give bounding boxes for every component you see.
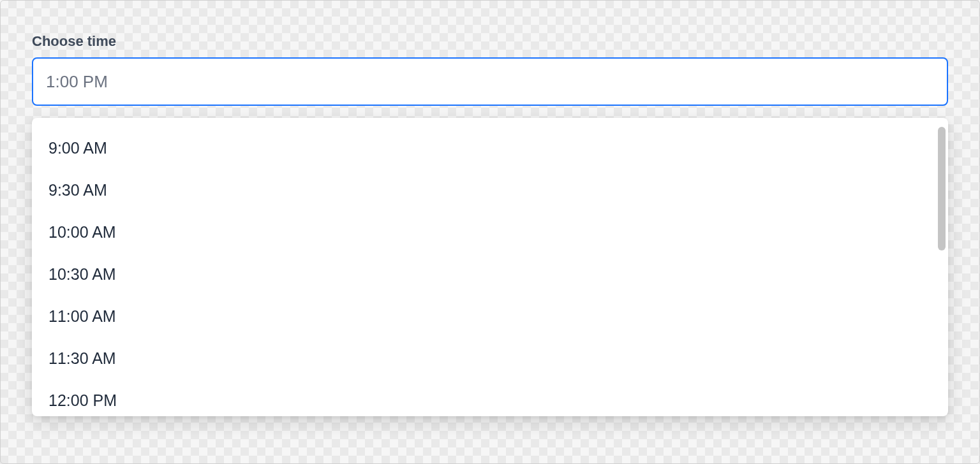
time-picker-label: Choose time <box>32 33 948 50</box>
time-input[interactable] <box>32 57 948 106</box>
time-option[interactable]: 10:30 AM <box>32 253 948 295</box>
time-dropdown: 9:00 AM 9:30 AM 10:00 AM 10:30 AM 11:00 … <box>32 118 948 416</box>
time-option[interactable]: 9:30 AM <box>32 169 948 211</box>
time-option[interactable]: 10:00 AM <box>32 211 948 253</box>
time-option[interactable]: 11:00 AM <box>32 295 948 337</box>
dropdown-scrollbar[interactable] <box>938 124 946 410</box>
time-option[interactable]: 9:00 AM <box>32 127 948 169</box>
time-option[interactable]: 12:00 PM <box>32 379 948 416</box>
time-dropdown-list: 9:00 AM 9:30 AM 10:00 AM 10:30 AM 11:00 … <box>32 118 948 416</box>
dropdown-scrollbar-thumb[interactable] <box>938 127 946 250</box>
time-picker: Choose time 9:00 AM 9:30 AM 10:00 AM 10:… <box>32 33 948 106</box>
time-option[interactable]: 11:30 AM <box>32 337 948 379</box>
